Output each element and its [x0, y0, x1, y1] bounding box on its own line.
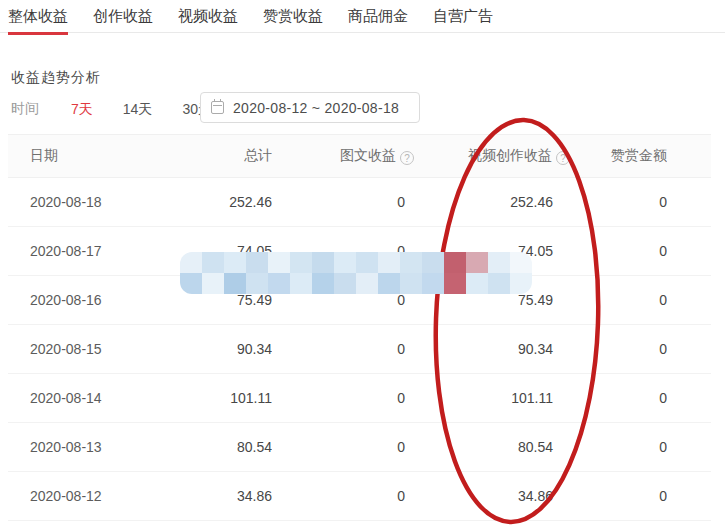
mosaic-cell	[290, 252, 312, 273]
cell-total: 80.54	[190, 439, 272, 455]
cell-date: 2020-08-12	[8, 488, 190, 504]
section-title: 收益趋势分析	[11, 69, 101, 87]
cell-reward: 0	[570, 390, 667, 406]
table-row-2020-08-12: 2020-08-1234.86034.860	[8, 472, 711, 521]
time-filter-row: 时间 7天14天30天 2020-08-12 ~ 2020-08-18	[11, 94, 242, 124]
column-header-2: 图文收益?	[272, 147, 414, 165]
cell-video: 80.54	[414, 439, 570, 455]
mosaic-cell	[444, 273, 466, 294]
mosaic-row-top	[180, 252, 532, 273]
cell-reward: 0	[570, 341, 667, 357]
mosaic-cell	[224, 252, 246, 273]
cell-reward: 0	[570, 488, 667, 504]
cell-reward: 0	[570, 194, 667, 210]
cell-reward: 0	[570, 292, 667, 308]
cell-total: 75.49	[190, 292, 272, 308]
table-row-2020-08-18: 2020-08-18252.460252.460	[8, 178, 711, 227]
cell-video: 34.86	[414, 488, 570, 504]
cell-reward: 0	[570, 439, 667, 455]
cell-date: 2020-08-13	[8, 439, 190, 455]
time-option-7天[interactable]: 7天	[71, 101, 93, 117]
cell-article: 0	[272, 488, 414, 504]
cell-total: 90.34	[190, 341, 272, 357]
column-header-0: 日期	[8, 147, 190, 165]
tab-3[interactable]: 赞赏收益	[263, 0, 323, 35]
cell-video: 101.11	[414, 390, 570, 406]
cell-date: 2020-08-16	[8, 292, 190, 308]
tab-2[interactable]: 视频收益	[178, 0, 238, 35]
time-option-14天[interactable]: 14天	[123, 101, 153, 117]
mosaic-cell	[400, 252, 422, 273]
cell-article: 0	[272, 194, 414, 210]
tab-1[interactable]: 创作收益	[93, 0, 153, 35]
mosaic-cell	[422, 252, 444, 273]
mosaic-cell	[334, 252, 356, 273]
earnings-page: 整体收益创作收益视频收益赞赏收益商品佣金自营广告 收益趋势分析 时间 7天14天…	[0, 0, 725, 528]
cell-date: 2020-08-17	[8, 243, 190, 259]
column-header-3: 视频创作收益?	[414, 147, 570, 165]
table-header-row: 日期总计图文收益?视频创作收益?赞赏金额	[8, 134, 711, 178]
date-range-picker[interactable]: 2020-08-12 ~ 2020-08-18	[200, 92, 420, 123]
mosaic-cell	[246, 273, 268, 294]
date-range-value: 2020-08-12 ~ 2020-08-18	[233, 100, 399, 116]
mosaic-cell	[312, 273, 334, 294]
cell-date: 2020-08-18	[8, 194, 190, 210]
table-body: 2020-08-18252.460252.4602020-08-1774.050…	[8, 178, 711, 521]
mosaic-cell	[268, 273, 290, 294]
mosaic-cell	[488, 273, 510, 294]
mosaic-cell	[356, 252, 378, 273]
mosaic-cell	[202, 273, 224, 294]
tab-4[interactable]: 商品佣金	[348, 0, 408, 35]
cell-total: 101.11	[190, 390, 272, 406]
cell-article: 0	[272, 292, 414, 308]
cell-article: 0	[272, 439, 414, 455]
help-icon[interactable]: ?	[400, 151, 414, 165]
mosaic-cell	[312, 252, 334, 273]
cell-video: 90.34	[414, 341, 570, 357]
cell-video: 252.46	[414, 194, 570, 210]
mosaic-cell	[444, 252, 466, 273]
mosaic-cell	[400, 273, 422, 294]
mosaic-cell	[334, 273, 356, 294]
table-row-2020-08-15: 2020-08-1590.34090.340	[8, 325, 711, 374]
table-row-2020-08-14: 2020-08-14101.110101.110	[8, 374, 711, 423]
cell-date: 2020-08-15	[8, 341, 190, 357]
table-row-2020-08-13: 2020-08-1380.54080.540	[8, 423, 711, 472]
mosaic-cell	[466, 273, 488, 294]
column-header-1: 总计	[190, 147, 272, 165]
column-header-4: 赞赏金额	[570, 147, 667, 165]
tab-5[interactable]: 自营广告	[433, 0, 493, 35]
mosaic-cell	[488, 252, 510, 273]
mosaic-cell	[224, 273, 246, 294]
help-icon[interactable]: ?	[556, 151, 570, 165]
mosaic-cell	[356, 273, 378, 294]
cell-video: 75.49	[414, 292, 570, 308]
mosaic-row-bottom	[180, 273, 532, 294]
censored-mosaic-overlay	[180, 252, 532, 294]
cell-total: 252.46	[190, 194, 272, 210]
mosaic-cell	[180, 273, 202, 294]
mosaic-cell	[378, 273, 400, 294]
calendar-icon	[211, 101, 224, 114]
cell-article: 0	[272, 341, 414, 357]
earnings-tabbar: 整体收益创作收益视频收益赞赏收益商品佣金自营广告	[0, 0, 725, 33]
mosaic-cell	[180, 252, 202, 273]
mosaic-cell	[202, 252, 224, 273]
cell-date: 2020-08-14	[8, 390, 190, 406]
mosaic-cell	[246, 252, 268, 273]
tab-0[interactable]: 整体收益	[8, 0, 68, 35]
mosaic-cell	[268, 252, 290, 273]
time-filter-label: 时间	[11, 100, 39, 118]
mosaic-cell	[422, 273, 444, 294]
mosaic-cell	[510, 252, 532, 273]
cell-total: 34.86	[190, 488, 272, 504]
earnings-table: 日期总计图文收益?视频创作收益?赞赏金额 2020-08-18252.46025…	[8, 134, 711, 521]
cell-reward: 0	[570, 243, 667, 259]
mosaic-cell	[466, 252, 488, 273]
cell-article: 0	[272, 390, 414, 406]
mosaic-cell	[290, 273, 312, 294]
mosaic-cell	[378, 252, 400, 273]
